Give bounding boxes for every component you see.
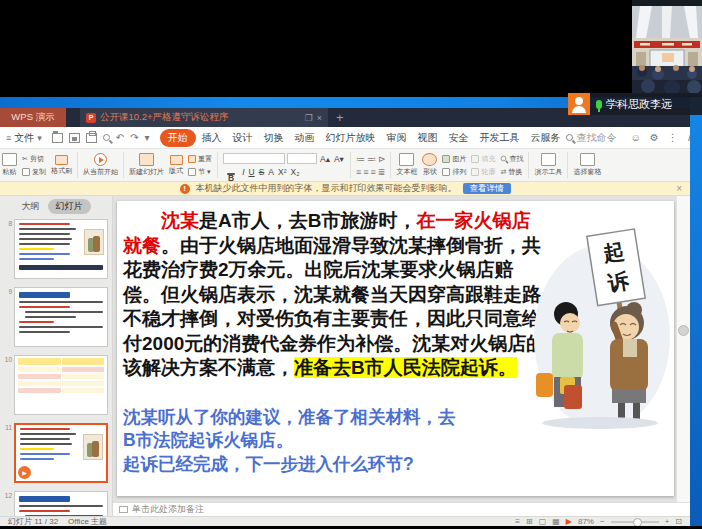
smiley-icon[interactable]: ☺	[631, 132, 641, 143]
find-button[interactable]: 查找	[500, 154, 523, 164]
align-right-icon[interactable]: ≡	[370, 167, 375, 177]
menubar-right-icons: ☺ ⚙ ⋮ ∧	[631, 132, 690, 143]
print-icon[interactable]	[86, 133, 97, 143]
font-size-box[interactable]	[287, 153, 317, 164]
align-left-icon[interactable]: ≡	[356, 167, 361, 177]
thumbnail-preview[interactable]	[14, 219, 108, 279]
selection-pane-button[interactable]: 选择窗格	[573, 153, 601, 177]
reset-button[interactable]: 重置	[188, 154, 212, 164]
collapse-ribbon-icon[interactable]: ∧	[687, 132, 690, 143]
menu-tab[interactable]: 设计	[228, 129, 258, 147]
tab-restore-icon[interactable]: ❐	[305, 113, 313, 123]
shrink-font-button[interactable]: A▾	[333, 154, 345, 164]
more-icon[interactable]: ⋮	[668, 132, 678, 143]
open-folder-icon[interactable]	[52, 133, 63, 143]
menu-tab[interactable]: 审阅	[382, 129, 412, 147]
thumbnail-preview[interactable]	[14, 355, 108, 415]
arrange-button[interactable]: 排列	[442, 167, 466, 177]
zoom-slider[interactable]	[611, 521, 659, 523]
normal-view-icon[interactable]: ≡	[515, 517, 520, 526]
gear-icon[interactable]: ⚙	[650, 132, 659, 143]
warning-close-icon[interactable]: ×	[676, 183, 682, 194]
outline-tab[interactable]: 大纲	[22, 200, 40, 213]
reading-view-icon[interactable]: ▢	[539, 517, 547, 526]
format-painter-button[interactable]: 格式刷	[51, 155, 72, 176]
replace-button[interactable]: ⇄ 替换	[500, 167, 523, 177]
arrange-icon	[442, 168, 450, 176]
play-from-current-button[interactable]: 从当前开始	[83, 153, 118, 177]
redo-icon[interactable]: ↷	[130, 132, 138, 143]
layout-button[interactable]: 版式	[169, 155, 183, 176]
app-menu-button[interactable]: WPS 演示	[0, 108, 66, 127]
format-button[interactable]: S	[258, 167, 266, 177]
indent-icon[interactable]: ⊳	[378, 154, 386, 164]
grow-font-button[interactable]: A▴	[319, 154, 331, 164]
zoom-out-button[interactable]: −	[600, 517, 605, 526]
notes-bar[interactable]: 单击此处添加备注	[113, 502, 690, 516]
section-button[interactable]: 节▾	[188, 167, 212, 177]
command-search[interactable]: 查找命令	[566, 131, 617, 145]
zoom-in-button[interactable]: +	[665, 517, 670, 526]
search-icon[interactable]	[103, 134, 110, 141]
menu-tab[interactable]: 幻灯片放映	[321, 129, 381, 147]
slide-11[interactable]: 沈某是A市人，去B市旅游时，在一家火锅店就餐。由于火锅店地面湿滑导致沈某摔倒骨折…	[117, 201, 674, 496]
menu-tab[interactable]: 开始	[160, 129, 196, 147]
view-details-button[interactable]: 查看详情	[463, 183, 511, 194]
save-icon[interactable]	[69, 133, 80, 143]
warning-icon: !	[180, 184, 190, 194]
slide-thumbnail-10[interactable]: 10	[2, 355, 108, 415]
file-menu-button[interactable]: ≡ 文件 ▾	[6, 131, 42, 145]
participant-name: 学科思政李远	[606, 97, 672, 112]
justify-icon[interactable]: ≣	[378, 167, 386, 177]
play-circle-icon	[94, 153, 107, 166]
picture-button[interactable]: 图片	[442, 154, 466, 164]
new-slide-button[interactable]: 新建幻灯片	[129, 153, 164, 177]
format-button[interactable]: X²	[277, 167, 288, 177]
new-tab-button[interactable]: +	[328, 108, 352, 127]
format-button[interactable]: A	[267, 167, 275, 177]
menu-tab[interactable]: 切换	[259, 129, 289, 147]
thumbnail-preview[interactable]	[14, 287, 108, 347]
thumbnail-preview[interactable]: ▶	[14, 423, 108, 483]
slide-thumbnail-8[interactable]: 8	[2, 219, 108, 279]
copy-button[interactable]: 复制	[22, 167, 46, 177]
fit-slide-icon[interactable]: ⊡	[675, 517, 682, 526]
slide-thumbnail-12[interactable]: 12	[2, 491, 108, 516]
thumbnail-preview[interactable]	[14, 491, 108, 516]
video-feed[interactable]	[632, 0, 702, 95]
dropdown-icon[interactable]: ▾	[145, 132, 150, 143]
bullets-icon[interactable]: ≔	[356, 154, 365, 164]
menu-tab[interactable]: 视图	[413, 129, 443, 147]
zoom-level[interactable]: 87%	[578, 517, 594, 526]
format-button[interactable]: I	[241, 167, 245, 177]
menu-tab[interactable]: 安全	[444, 129, 474, 147]
menu-tab[interactable]: 动画	[290, 129, 320, 147]
slideshow-play-icon[interactable]: ▶	[566, 517, 572, 526]
format-button[interactable]: X₂	[290, 167, 301, 177]
slide-sorter-icon[interactable]: ⊞	[526, 517, 533, 526]
vertical-scrollbar[interactable]	[676, 196, 690, 502]
numbering-icon[interactable]: ≕	[367, 154, 376, 164]
shapes-button[interactable]: 形状	[422, 153, 437, 177]
slide-thumbnail-9[interactable]: 9	[2, 287, 108, 347]
text-box-button[interactable]: 文本框	[396, 153, 417, 177]
present-tools-button[interactable]: 演示工具	[534, 153, 562, 177]
notes-view-icon[interactable]: ▦	[552, 517, 560, 526]
picture-icon	[442, 155, 450, 163]
menu-tab[interactable]: 开发工具	[475, 129, 525, 147]
menu-tab[interactable]: 云服务	[526, 129, 566, 147]
slides-tab[interactable]: 幻灯片	[48, 199, 91, 214]
slide-thumbnail-11[interactable]: 11▶	[2, 423, 108, 483]
menu-tab[interactable]: 插入	[197, 129, 227, 147]
align-center-icon[interactable]: ≡	[363, 167, 368, 177]
document-tab[interactable]: P 公开课10.2+严格遵守诉讼程序 ❐ ×	[80, 108, 328, 127]
format-button[interactable]: U	[248, 167, 256, 177]
scrollbar-knob[interactable]	[678, 325, 689, 336]
tab-close-icon[interactable]: ×	[317, 113, 322, 123]
cut-button[interactable]: ✂ 剪切	[22, 154, 46, 164]
paste-button[interactable]: 粘贴	[2, 153, 17, 177]
font-name-box[interactable]	[223, 153, 285, 164]
undo-icon[interactable]: ↶	[116, 132, 124, 143]
thumbnail-play-icon[interactable]: ▶	[18, 466, 31, 479]
format-button[interactable]: B	[227, 173, 235, 175]
